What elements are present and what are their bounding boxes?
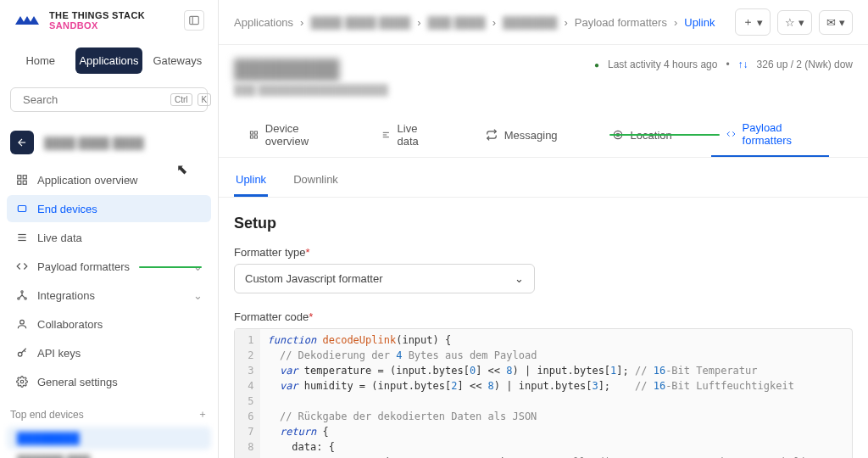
device-subtitle: ███ ██████████████████: [234, 84, 584, 96]
svg-point-16: [20, 321, 25, 325]
sidebar-item-api-keys[interactable]: API keys: [7, 339, 211, 366]
bullet: •: [726, 59, 729, 70]
sidebar-item-application-overview[interactable]: Application overview: [7, 166, 211, 193]
svg-rect-7: [18, 181, 21, 184]
svg-point-13: [21, 291, 23, 293]
subtab-uplink[interactable]: Uplink: [234, 165, 268, 197]
code-editor[interactable]: 12345678910111213 function decodeUplink(…: [234, 328, 853, 458]
status-dot-icon: ●: [594, 60, 599, 70]
svg-rect-22: [254, 136, 257, 138]
star-icon: ☆: [785, 16, 795, 29]
sidebar-item-label: Collaborators: [37, 318, 103, 331]
traffic-count: 326 up / 2 (Nwk) dow: [757, 59, 853, 70]
bc-app[interactable]: ████ ████ ████: [310, 16, 410, 29]
integrations-icon: [15, 288, 29, 302]
bc-pf[interactable]: Payload formatters: [575, 16, 667, 29]
add-device-button[interactable]: ＋: [198, 407, 208, 422]
inbox-icon: ✉: [826, 16, 836, 29]
logo-icon: [14, 11, 42, 30]
swap-icon: [486, 129, 498, 141]
formatter-type-select[interactable]: Custom Javascript formatter ⌄: [234, 264, 535, 293]
sidebar-item-label: API keys: [37, 347, 81, 360]
last-activity: Last activity 4 hours ago: [608, 59, 717, 70]
bc-devices[interactable]: ███ ████: [428, 16, 486, 29]
plus-icon: ＋: [743, 14, 754, 30]
star-menu-button[interactable]: ☆▾: [777, 10, 812, 35]
bc-current: Uplink: [684, 16, 715, 29]
tab-label: Payload formatters: [743, 121, 814, 147]
search-input-wrap[interactable]: Ctrl K: [10, 87, 208, 112]
sub-header: Top end devices: [10, 409, 84, 421]
add-menu-button[interactable]: ＋▾: [735, 8, 771, 36]
code-icon: [726, 128, 736, 140]
svg-point-18: [20, 380, 24, 383]
svg-point-17: [18, 353, 22, 357]
app-name-blurred: ████ ████ ████: [44, 137, 144, 149]
section-heading: Setup: [234, 215, 853, 232]
tab-label: Device overview: [265, 122, 327, 148]
sidebar-item-payload-formatters[interactable]: Payload formatters ⌄: [7, 253, 211, 280]
sidebar-item-integrations[interactable]: Integrations ⌄: [7, 282, 211, 309]
sidebar-item-label: End devices: [37, 203, 97, 215]
nav-gateways[interactable]: Gateways: [147, 47, 208, 74]
svg-rect-9: [18, 206, 25, 212]
inbox-menu-button[interactable]: ✉▾: [819, 10, 853, 35]
code-lines[interactable]: function decodeUplink(input) { // Dekodi…: [260, 329, 852, 458]
svg-point-14: [18, 298, 19, 299]
svg-rect-8: [23, 181, 26, 184]
select-value: Custom Javascript formatter: [245, 272, 383, 285]
search-input[interactable]: [23, 93, 165, 106]
svg-rect-0: [190, 16, 199, 24]
logo-text: THE THINGS STACK SANDBOX: [49, 10, 145, 31]
breadcrumb: Applications› ████ ████ ████› ███ ████› …: [234, 16, 728, 29]
sidebar-item-label: Payload formatters: [37, 260, 130, 273]
gear-icon: [15, 375, 29, 388]
arrow-left-icon: [16, 137, 28, 148]
chevron-down-icon: ▾: [798, 16, 804, 29]
nav-home[interactable]: Home: [10, 47, 70, 74]
svg-rect-19: [250, 131, 253, 134]
tab-device-overview[interactable]: Device overview: [234, 113, 342, 157]
sidebar-item-label: Integrations: [37, 289, 95, 302]
code-gutter: 12345678910111213: [235, 329, 260, 458]
svg-rect-20: [254, 131, 257, 134]
tab-payload-formatters[interactable]: Payload formatters: [711, 113, 829, 157]
subtab-downlink[interactable]: Downlink: [292, 165, 340, 197]
device-title: ████████: [234, 59, 584, 81]
kbd-k: K: [198, 93, 212, 106]
bc-device[interactable]: ███████: [503, 16, 557, 29]
key-icon: [15, 346, 29, 360]
chevron-down-icon: ⌄: [515, 272, 524, 285]
sidebar-item-label: Live data: [37, 232, 82, 244]
tab-label: Messaging: [504, 129, 558, 142]
chevron-down-icon: ⌄: [193, 289, 203, 302]
formatter-type-label: Formatter type: [234, 246, 306, 259]
updown-icon: ↑↓: [738, 59, 748, 70]
device-icon: [15, 202, 29, 215]
svg-rect-5: [18, 176, 21, 179]
bc-applications[interactable]: Applications: [234, 16, 293, 29]
sidebar-item-label: Application overview: [37, 174, 138, 187]
panel-icon: [188, 14, 200, 26]
top-device-item[interactable]: ████████: [7, 427, 211, 450]
sidebar-item-end-devices[interactable]: End devices: [7, 195, 211, 222]
nav-applications[interactable]: Applications: [75, 47, 142, 74]
sidebar-item-live-data[interactable]: Live data: [7, 224, 211, 251]
sidebar-item-collaborators[interactable]: Collaborators: [7, 310, 211, 338]
kbd-ctrl: Ctrl: [170, 93, 192, 106]
collapse-sidebar-button[interactable]: [184, 10, 204, 31]
top-device-item[interactable]: ██████ ███: [7, 450, 211, 458]
sidebar-item-general-settings[interactable]: General settings: [7, 368, 211, 395]
formatter-code-label: Formatter code: [234, 310, 309, 323]
grid-icon: [15, 173, 29, 187]
code-icon: [15, 260, 29, 273]
grid-icon: [249, 129, 259, 141]
back-button[interactable]: [10, 131, 34, 154]
tab-label: Live data: [398, 122, 431, 148]
svg-rect-6: [23, 176, 26, 179]
sidebar-item-label: General settings: [37, 376, 118, 388]
list-icon: [15, 231, 29, 244]
chevron-down-icon: ▾: [839, 16, 845, 29]
tab-messaging[interactable]: Messaging: [470, 113, 573, 157]
tab-live-data[interactable]: Live data: [366, 113, 447, 157]
